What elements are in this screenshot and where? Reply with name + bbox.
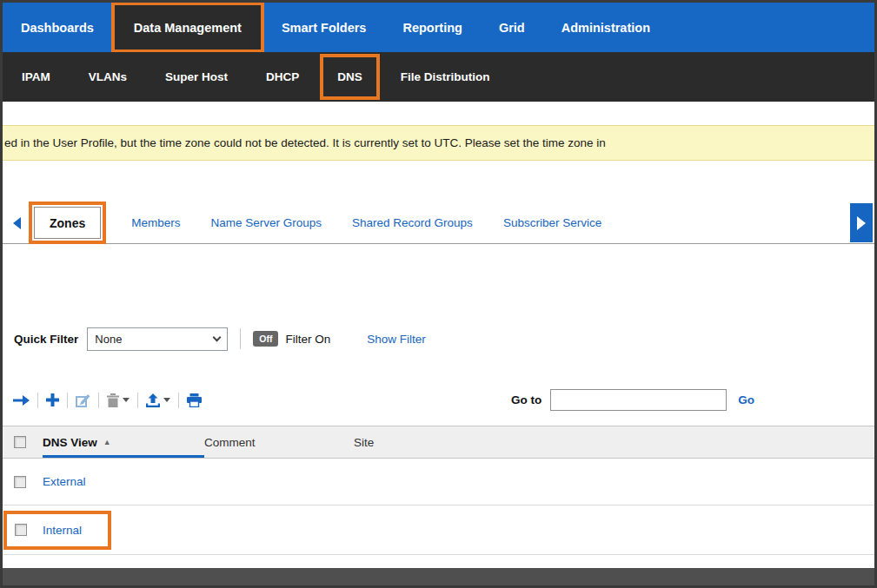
- go-link[interactable]: Go: [738, 393, 754, 406]
- dns-view-external-link[interactable]: External: [43, 475, 86, 488]
- column-header-comment[interactable]: Comment: [204, 436, 354, 449]
- nav-administration[interactable]: Administration: [543, 3, 668, 52]
- show-filter-link[interactable]: Show Filter: [367, 333, 426, 346]
- header-checkbox-cell: [3, 436, 43, 448]
- toolbar-separator: [98, 393, 99, 408]
- add-button[interactable]: [46, 393, 59, 406]
- print-button[interactable]: [187, 393, 202, 407]
- subnav-vlans[interactable]: VLANs: [70, 52, 146, 102]
- chevron-down-icon: [163, 398, 170, 402]
- toolbar-separator: [67, 393, 68, 408]
- column-header-site[interactable]: Site: [354, 436, 874, 449]
- delete-button[interactable]: [107, 393, 130, 407]
- quick-filter-select[interactable]: None: [87, 327, 228, 351]
- chevron-left-icon: [13, 217, 21, 229]
- quick-filter-label: Quick Filter: [14, 333, 78, 346]
- tab-bar-divider: [3, 243, 874, 244]
- column-header-dns-view-label: DNS View: [43, 436, 97, 449]
- top-nav: Dashboards Data Management Smart Folders…: [3, 3, 874, 52]
- filter-toggle-button[interactable]: Off: [253, 331, 278, 347]
- edit-pencil-icon: [76, 393, 90, 407]
- nav-smart-folders[interactable]: Smart Folders: [263, 3, 385, 52]
- goto-label: Go to: [511, 393, 541, 406]
- open-button[interactable]: [13, 394, 30, 406]
- nav-dashboards[interactable]: Dashboards: [3, 3, 112, 52]
- nav-grid[interactable]: Grid: [481, 3, 543, 52]
- timezone-warning-text: ed in the User Profile, but the time zon…: [4, 136, 606, 149]
- printer-icon: [187, 393, 202, 407]
- table-toolbar: Go to Go: [3, 380, 874, 420]
- filter-on-label: Filter On: [285, 333, 330, 346]
- sorted-column-underline: [43, 455, 204, 458]
- table-row: External: [3, 459, 874, 505]
- tab-zones[interactable]: Zones: [34, 207, 101, 239]
- app-window: Dashboards Data Management Smart Folders…: [0, 0, 877, 588]
- export-up-arrow-icon: [146, 393, 160, 407]
- tab-name-server-groups[interactable]: Name Server Groups: [211, 216, 322, 229]
- toolbar-separator: [37, 393, 38, 408]
- edit-button[interactable]: [76, 393, 90, 407]
- row-checkbox[interactable]: [15, 524, 27, 536]
- trash-icon: [107, 393, 119, 407]
- goto-input[interactable]: [550, 389, 727, 411]
- tab-bar: Zones Members Name Server Groups Shared …: [3, 200, 874, 246]
- chevron-down-icon: [213, 333, 222, 341]
- select-all-checkbox[interactable]: [14, 436, 26, 448]
- bottom-scrollbar-strip[interactable]: [3, 568, 874, 585]
- toolbar-separator: [137, 393, 138, 408]
- row-checkbox[interactable]: [14, 476, 26, 488]
- nav-data-management[interactable]: Data Management: [112, 3, 263, 52]
- sort-asc-icon: ▲: [103, 438, 111, 446]
- subnav-super-host[interactable]: Super Host: [146, 52, 247, 102]
- tab-scroll-left-button[interactable]: [8, 208, 25, 239]
- plus-icon: [46, 393, 59, 406]
- toolbar-separator: [178, 393, 179, 408]
- export-button[interactable]: [146, 393, 170, 407]
- subnav-ipam[interactable]: IPAM: [3, 52, 70, 102]
- sub-nav: IPAM VLANs Super Host DHCP DNS File Dist…: [3, 52, 874, 102]
- column-header-dns-view[interactable]: DNS View ▲: [43, 436, 204, 449]
- quick-filter-selected-value: None: [95, 333, 122, 346]
- tab-scroll-right-button[interactable]: [850, 203, 873, 242]
- dns-view-cell: External: [43, 475, 204, 488]
- internal-row-annotation: Internal: [7, 514, 108, 546]
- table-header: DNS View ▲ Comment Site: [3, 426, 874, 459]
- quick-filter-bar: Quick Filter None Off Filter On Show Fil…: [3, 321, 874, 356]
- tab-subscriber-service[interactable]: Subscriber Service: [503, 216, 601, 229]
- filter-separator: [240, 328, 241, 349]
- goto-group: Go to Go: [511, 389, 754, 411]
- timezone-warning-banner: ed in the User Profile, but the time zon…: [3, 125, 874, 161]
- chevron-right-icon: [857, 216, 866, 230]
- tab-members[interactable]: Members: [131, 216, 180, 229]
- table-row: Internal: [3, 505, 874, 555]
- tab-shared-record-groups[interactable]: Shared Record Groups: [352, 216, 473, 229]
- arrow-right-icon: [13, 394, 30, 406]
- subnav-file-distribution[interactable]: File Distribution: [382, 52, 509, 102]
- dns-view-internal-link[interactable]: Internal: [43, 524, 82, 537]
- subnav-dhcp[interactable]: DHCP: [247, 52, 318, 102]
- subnav-dns[interactable]: DNS: [318, 52, 382, 102]
- row-checkbox-cell: [3, 476, 43, 488]
- chevron-down-icon: [123, 398, 130, 402]
- nav-reporting[interactable]: Reporting: [384, 3, 480, 52]
